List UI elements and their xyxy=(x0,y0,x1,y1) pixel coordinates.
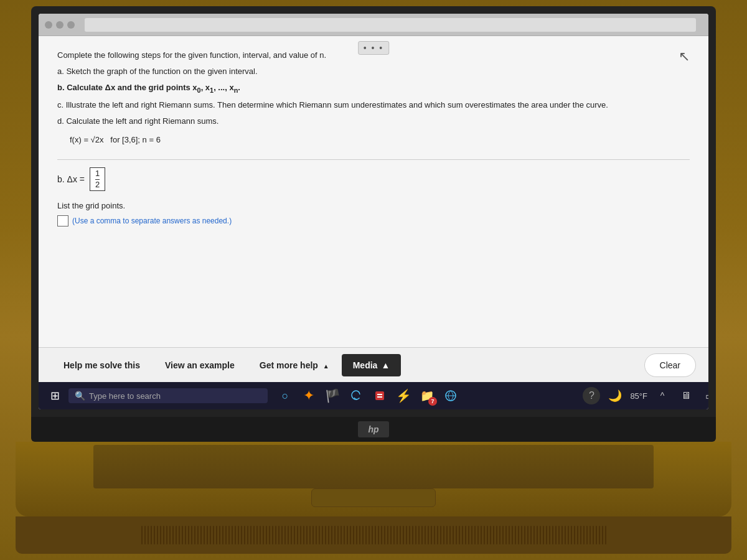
input-box[interactable] xyxy=(57,215,68,226)
vent-line xyxy=(319,526,320,544)
vent-line xyxy=(344,526,345,544)
screen-bezel: • • • ↖ Complete the following steps for… xyxy=(31,6,716,417)
vent-area xyxy=(16,516,731,554)
keyboard-area xyxy=(16,442,731,516)
vent-line xyxy=(583,526,585,544)
vent-line xyxy=(465,526,466,544)
notification-icon[interactable]: ▭ xyxy=(701,387,708,404)
vent-line xyxy=(148,526,149,544)
vent-line xyxy=(403,526,404,544)
vent-line xyxy=(593,526,594,544)
vent-line xyxy=(493,526,494,544)
vent-line xyxy=(359,526,360,544)
vent-line xyxy=(160,526,161,544)
vent-line xyxy=(400,526,401,544)
step-d-text: d. Calculate the left and right Riemann … xyxy=(57,114,690,128)
trackpad[interactable] xyxy=(311,488,436,507)
vent-line xyxy=(412,526,413,544)
vent-line xyxy=(369,526,370,544)
vent-line xyxy=(166,526,167,544)
vent-line xyxy=(222,526,223,544)
vent-line xyxy=(415,526,416,544)
taskbar-icon-lightning[interactable]: ⚡ xyxy=(393,386,413,406)
vent-line xyxy=(337,526,339,544)
more-options-button[interactable]: • • • xyxy=(358,41,389,55)
media-button[interactable]: Media ▲ xyxy=(342,354,402,376)
vent-line xyxy=(487,526,488,544)
vent-line xyxy=(409,526,410,544)
example-button[interactable]: View an example xyxy=(153,354,247,376)
clear-button[interactable]: Clear xyxy=(644,353,696,377)
chevron-up-icon[interactable]: ^ xyxy=(654,387,671,404)
vent-line xyxy=(288,526,289,544)
browser-address-bar[interactable] xyxy=(85,18,696,32)
vent-line xyxy=(207,526,208,544)
vent-line xyxy=(546,526,547,544)
vent-line xyxy=(484,526,485,544)
vent-line xyxy=(602,526,603,544)
vent-line xyxy=(172,526,174,544)
taskbar-icon-network[interactable] xyxy=(441,386,461,406)
windows-icon: ⊞ xyxy=(50,389,60,403)
taskbar-icon-flag[interactable]: 🏴 xyxy=(322,386,342,406)
more-help-button[interactable]: Get more help ▲ xyxy=(247,354,342,376)
vent-line xyxy=(505,526,507,544)
vent-line xyxy=(300,526,301,544)
vent-line xyxy=(191,526,192,544)
vent-line xyxy=(590,526,591,544)
vent-line xyxy=(431,526,432,544)
vent-line xyxy=(309,526,311,544)
delta-x-label: b. Δx = xyxy=(57,174,85,184)
moon-icon[interactable]: 🌙 xyxy=(606,387,624,404)
desktop-icon[interactable]: 🖥 xyxy=(677,387,695,404)
cursor-icon: ↖ xyxy=(679,49,690,65)
vent-line xyxy=(512,526,513,544)
vent-line xyxy=(580,526,581,544)
taskbar-icons: ○ ✦ 🏴 xyxy=(275,386,461,406)
taskbar-icon-1[interactable]: ✦ xyxy=(299,386,319,406)
task-view-button[interactable]: ○ xyxy=(275,386,295,406)
answer-section: b. Δx = 1 2 List the grid points. (Use a… xyxy=(57,167,690,226)
vent-line xyxy=(540,526,541,544)
taskbar-search[interactable]: 🔍 Type here to search xyxy=(68,388,268,403)
vent-line xyxy=(176,526,177,544)
vent-line xyxy=(530,526,532,544)
fraction-numerator: 1 xyxy=(95,169,100,179)
browser-dot-3 xyxy=(67,21,75,29)
vent-line xyxy=(325,526,326,544)
help-circle-icon[interactable]: ? xyxy=(583,387,600,404)
vent-line xyxy=(577,526,578,544)
vent-line xyxy=(306,526,308,544)
browser-bar xyxy=(39,14,708,36)
vent-line xyxy=(253,526,255,544)
svg-rect-1 xyxy=(377,394,382,395)
vent-line xyxy=(353,526,354,544)
search-placeholder-text: Type here to search xyxy=(89,391,161,401)
vent-line xyxy=(256,526,258,544)
vent-line xyxy=(281,526,283,544)
vent-line xyxy=(375,526,376,544)
vent-line xyxy=(459,526,460,544)
vent-line xyxy=(341,526,342,544)
vent-line xyxy=(144,526,146,544)
vent-line xyxy=(384,526,385,544)
vent-line xyxy=(434,526,435,544)
start-button[interactable]: ⊞ xyxy=(44,385,66,407)
taskbar-icon-7[interactable]: 📁 7 xyxy=(417,386,437,406)
vent-line xyxy=(549,526,550,544)
vent-line xyxy=(596,526,597,544)
taskbar-icon-edge[interactable] xyxy=(346,386,366,406)
vent-line xyxy=(238,526,239,544)
main-content: • • • ↖ Complete the following steps for… xyxy=(39,36,708,347)
vent-line xyxy=(297,526,298,544)
taskbar-right: ? 🌙 85°F ^ 🖥 ▭ xyxy=(583,387,708,404)
vent-line xyxy=(477,526,479,544)
vent-line xyxy=(599,526,600,544)
vent-line xyxy=(362,526,364,544)
vent-line xyxy=(574,526,575,544)
vent-line xyxy=(502,526,504,544)
help-button[interactable]: Help me solve this xyxy=(51,354,153,376)
vent-line xyxy=(533,526,535,544)
vent-line xyxy=(521,526,522,544)
taskbar-icon-files[interactable] xyxy=(370,386,390,406)
